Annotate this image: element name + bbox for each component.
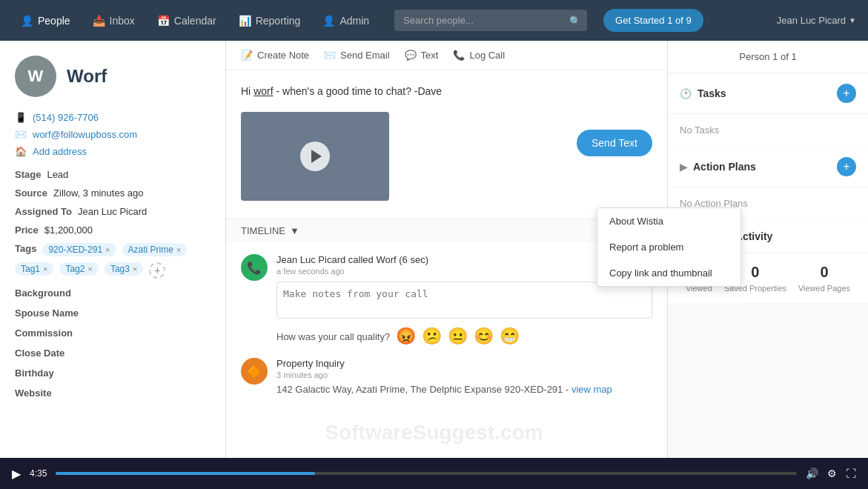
log-call-button[interactable]: 📞 Log Call bbox=[453, 50, 505, 61]
action-plans-title: ▶ Action Plans bbox=[680, 161, 756, 173]
video-player-bar: ▶ 4:35 🔊 ⚙ ⛶ bbox=[0, 458, 868, 489]
remove-tag-icon[interactable]: × bbox=[43, 265, 47, 273]
source-field: Source Zillow, 3 minutes ago bbox=[15, 187, 211, 199]
message-area: Hi worf - when's a good time to chat? -D… bbox=[226, 70, 667, 219]
get-started-button[interactable]: Get Started 1 of 9 bbox=[603, 9, 703, 32]
send-text-button[interactable]: Send Text bbox=[577, 130, 652, 156]
remove-tag-icon[interactable]: × bbox=[133, 265, 137, 273]
top-navigation: 👤 People 📥 Inbox 📅 Calendar 📊 Reporting … bbox=[0, 0, 868, 41]
home-icon: 🏠 bbox=[15, 146, 27, 157]
address-row: 🏠 Add address bbox=[15, 146, 211, 157]
nav-people[interactable]: 👤 People bbox=[12, 10, 79, 31]
emoji-terrible[interactable]: 😡 bbox=[396, 327, 416, 346]
phone-timeline-icon: 📞 bbox=[241, 254, 268, 281]
tag-item[interactable]: Tag1 × bbox=[15, 262, 53, 276]
person-counter: Person 1 of 1 bbox=[668, 41, 868, 73]
timeline-call-content: Jean Luc Picard called Worf (6 sec) a fe… bbox=[276, 254, 652, 346]
email-link[interactable]: worf@followupboss.com bbox=[33, 129, 137, 140]
reporting-icon: 📊 bbox=[239, 15, 251, 27]
video-progress-fill bbox=[56, 472, 315, 475]
remove-tag-icon[interactable]: × bbox=[176, 245, 181, 254]
text-icon: 💬 bbox=[405, 50, 417, 61]
search-container: 🔍 bbox=[394, 10, 587, 31]
add-address-link[interactable]: Add address bbox=[33, 146, 87, 157]
create-note-button[interactable]: 📝 Create Note bbox=[241, 50, 309, 61]
stage-field: Stage Lead bbox=[15, 169, 211, 180]
clock-icon: 🕐 bbox=[680, 88, 692, 99]
emoji-bad[interactable]: 😕 bbox=[422, 327, 442, 346]
play-icon: ▶ bbox=[680, 162, 687, 173]
inquiry-timeline-icon: 🔶 bbox=[241, 358, 268, 385]
spouse-label: Spouse Name bbox=[15, 307, 211, 319]
nav-inbox[interactable]: 📥 Inbox bbox=[84, 10, 144, 31]
viewed-pages-stat: 0 Viewed Pages bbox=[798, 264, 850, 293]
phone-icon: 📱 bbox=[15, 112, 27, 123]
calendar-icon: 📅 bbox=[157, 15, 170, 27]
video-play-button[interactable] bbox=[300, 142, 330, 171]
emoji-neutral[interactable]: 😐 bbox=[448, 327, 468, 346]
send-email-button[interactable]: ✉️ Send Email bbox=[324, 50, 389, 61]
timeline-call-title: Jean Luc Picard called Worf (6 sec) bbox=[276, 254, 652, 265]
fullscreen-icon[interactable]: ⛶ bbox=[846, 468, 856, 479]
context-menu-item-about[interactable]: About Wistia bbox=[597, 208, 741, 234]
contact-info: 📱 (514) 926-7706 ✉️ worf@followupboss.co… bbox=[15, 112, 211, 157]
settings-icon[interactable]: ⚙ bbox=[827, 468, 837, 479]
tasks-body: No Tasks bbox=[668, 114, 868, 146]
context-menu-item-copy[interactable]: Copy link and thumbnail bbox=[597, 260, 741, 286]
tag-item[interactable]: 920-XED-291 × bbox=[42, 243, 116, 256]
commission-label: Commission bbox=[15, 327, 211, 339]
add-action-plan-button[interactable]: + bbox=[837, 157, 856, 176]
view-map-link[interactable]: view map bbox=[572, 384, 612, 395]
add-tag-button[interactable]: + bbox=[149, 262, 165, 279]
search-input[interactable] bbox=[394, 10, 587, 31]
tasks-title: 🕐 Tasks bbox=[680, 87, 726, 99]
nav-reporting[interactable]: 📊 Reporting bbox=[230, 10, 310, 31]
chevron-down-icon: ▼ bbox=[290, 225, 299, 236]
timeline-item-inquiry: 🔶 Property Inquiry 3 minutes ago 142 Gal… bbox=[241, 358, 652, 395]
tag-item[interactable]: Tag3 × bbox=[105, 262, 143, 276]
email-row: ✉️ worf@followupboss.com bbox=[15, 129, 211, 140]
tags-section: Tags 920-XED-291 × Azati Prime × Tag1 × … bbox=[15, 243, 211, 279]
close-date-label: Close Date bbox=[15, 347, 211, 359]
person-header: W Worf bbox=[15, 56, 211, 97]
log-call-icon: 📞 bbox=[453, 50, 465, 61]
context-menu-item-report[interactable]: Report a problem bbox=[597, 234, 741, 260]
nav-calendar[interactable]: 📅 Calendar bbox=[148, 10, 225, 31]
player-play-button[interactable]: ▶ bbox=[12, 467, 21, 481]
context-menu: About Wistia Report a problem Copy link … bbox=[597, 207, 741, 287]
emoji-great[interactable]: 😁 bbox=[500, 327, 520, 346]
timeline-call-time: a few seconds ago bbox=[276, 267, 652, 276]
people-icon: 👤 bbox=[21, 15, 33, 27]
avatar: W bbox=[15, 56, 56, 97]
call-note bbox=[276, 282, 652, 321]
volume-icon[interactable]: 🔊 bbox=[806, 468, 818, 479]
user-menu[interactable]: Jean Luc Picard ▼ bbox=[777, 15, 856, 26]
admin-icon: 👤 bbox=[322, 15, 335, 27]
tag-item[interactable]: Tag2 × bbox=[59, 262, 98, 276]
tag-item[interactable]: Azati Prime × bbox=[122, 243, 188, 256]
video-progress-bar[interactable] bbox=[56, 472, 797, 475]
birthday-label: Birthday bbox=[15, 367, 211, 379]
website-label: Website bbox=[15, 387, 211, 399]
timeline-inquiry-content: Property Inquiry 3 minutes ago 142 Galac… bbox=[276, 358, 652, 395]
message-text: Hi worf - when's a good time to chat? -D… bbox=[241, 85, 652, 97]
video-thumbnail[interactable] bbox=[241, 112, 389, 201]
nav-admin[interactable]: 👤 Admin bbox=[314, 10, 378, 31]
background-label: Background bbox=[15, 287, 211, 299]
timeline-inquiry-title: Property Inquiry bbox=[276, 358, 652, 369]
remove-tag-icon[interactable]: × bbox=[88, 265, 93, 273]
tasks-section: 🕐 Tasks + No Tasks bbox=[668, 73, 868, 146]
emoji-good[interactable]: 😊 bbox=[474, 327, 494, 346]
remove-tag-icon[interactable]: × bbox=[105, 245, 110, 254]
add-task-button[interactable]: + bbox=[837, 84, 856, 103]
text-button[interactable]: 💬 Text bbox=[405, 50, 439, 61]
call-note-input[interactable] bbox=[276, 282, 652, 319]
person-sidebar: W Worf 📱 (514) 926-7706 ✉️ worf@followup… bbox=[0, 41, 226, 489]
phone-link[interactable]: (514) 926-7706 bbox=[33, 112, 99, 123]
mention-worf: worf bbox=[254, 85, 273, 97]
email-icon: ✉️ bbox=[15, 129, 27, 140]
price-field: Price $1,200,000 bbox=[15, 224, 211, 236]
phone-row: 📱 (514) 926-7706 bbox=[15, 112, 211, 123]
video-time: 4:35 bbox=[30, 468, 47, 479]
action-plans-header: ▶ Action Plans + bbox=[668, 147, 868, 187]
